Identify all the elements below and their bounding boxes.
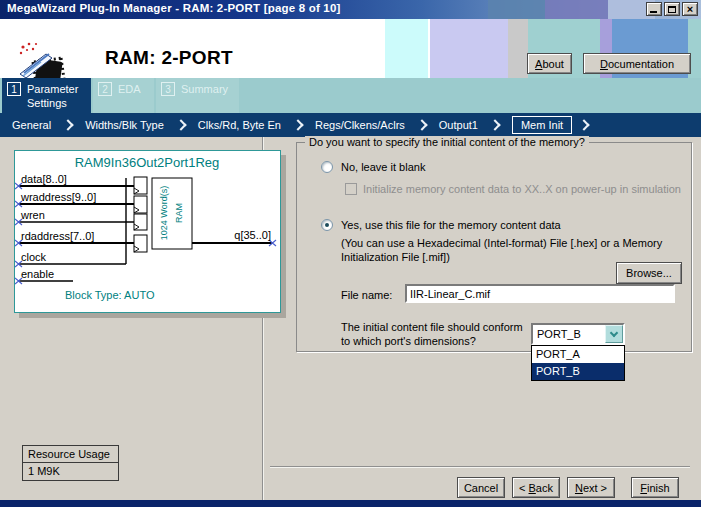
block-diagram: RAM9In36Out2Port1Reg — [14, 150, 281, 313]
port-label-q: q[35..0] — [234, 229, 271, 241]
resource-usage-value: 1 M9K — [22, 463, 119, 481]
documentation-button[interactable]: Documentation — [583, 53, 691, 74]
radio-no-leave-blank[interactable] — [321, 161, 333, 173]
maximize-icon — [668, 6, 676, 13]
header-mosaic-square — [430, 19, 508, 78]
tab-number-badge: 1 — [7, 82, 21, 96]
breadcrumb: General Widths/Blk Type Clks/Rd, Byte En… — [0, 113, 701, 137]
tab-number-badge: 2 — [98, 82, 112, 96]
resource-usage-header: Resource Usage — [22, 445, 119, 463]
tab-eda[interactable]: 2 EDA — [93, 78, 154, 113]
finish-button[interactable]: Finish — [631, 477, 679, 498]
back-button[interactable]: < Back — [512, 477, 560, 498]
port-label-wren: wren — [20, 209, 45, 221]
ram-words-label: 1024 Word(s) — [159, 186, 169, 240]
breadcrumb-item-clks-rd-byte-en[interactable]: Clks/Rd, Byte En — [198, 119, 281, 131]
chevron-right-icon — [489, 119, 500, 130]
conform-question-line2: to which port's dimensions? — [341, 335, 476, 347]
conform-question-line1: The initial content file should conform — [341, 321, 523, 333]
file-format-note-line2: Initialization File [.mif]) — [341, 251, 450, 263]
breadcrumb-item-regs-clkens-aclrs[interactable]: Regs/Clkens/Aclrs — [315, 119, 405, 131]
radio-no-label[interactable]: No, leave it blank — [341, 161, 425, 173]
block-type-label: Block Type: AUTO — [65, 289, 155, 301]
minimize-button[interactable] — [646, 2, 662, 16]
chevron-right-icon — [416, 119, 427, 130]
tab-summary[interactable]: 3 Summary — [156, 78, 239, 113]
next-button[interactable]: Next > — [567, 477, 615, 498]
tab-parameter-settings[interactable]: 1 Parameter Settings — [2, 78, 91, 113]
tab-number-badge: 3 — [161, 82, 175, 96]
tab-label: EDA — [118, 82, 141, 96]
window-bottom-border — [0, 500, 701, 507]
resource-usage-table: Resource Usage 1 M9K — [22, 445, 119, 481]
close-icon: × — [683, 3, 697, 15]
port-label-rdaddress: rdaddress[7..0] — [21, 230, 94, 242]
ram-block-diagram-svg: RAM9In36Out2Port1Reg — [15, 151, 280, 312]
cancel-button[interactable]: Cancel — [457, 477, 505, 498]
input-registers — [134, 177, 147, 252]
port-label-clock: clock — [21, 251, 47, 263]
ram-block — [152, 178, 192, 249]
footer-divider — [270, 466, 690, 468]
breadcrumb-item-widths-blk-type[interactable]: Widths/Blk Type — [85, 119, 164, 131]
about-button[interactable]: About — [527, 53, 572, 74]
megawizard-window: MegaWizard Plug-In Manager - RAM: 2-PORT… — [0, 0, 701, 507]
radio-yes-use-file[interactable] — [321, 219, 333, 231]
dropdown-option-port-a[interactable]: PORT_A — [532, 346, 624, 363]
header-mosaic-square — [385, 19, 428, 78]
port-label-data: data[8..0] — [21, 173, 67, 185]
chevron-down-icon — [610, 329, 618, 337]
file-format-note-line1: (You can use a Hexadecimal (Intel-format… — [341, 237, 662, 249]
window-title: MegaWizard Plug-In Manager - RAM: 2-PORT… — [7, 2, 341, 14]
memory-init-group: Do you want to specify the initial conte… — [296, 142, 692, 352]
port-dimensions-value: PORT_B — [537, 327, 581, 341]
close-button[interactable]: × — [682, 2, 698, 16]
breadcrumb-item-mem-init[interactable]: Mem Init — [512, 116, 572, 134]
file-name-label: File name: — [341, 289, 392, 301]
port-dimensions-dropdown-list: PORT_A PORT_B — [531, 345, 625, 381]
browse-button[interactable]: Browse... — [616, 262, 682, 284]
checkbox-initialize-xx[interactable] — [345, 183, 357, 195]
tab-label: Parameter Settings — [27, 82, 85, 111]
dropdown-option-port-b[interactable]: PORT_B — [532, 363, 624, 380]
port-label-enable: enable — [21, 268, 54, 280]
wizard-tabs: 1 Parameter Settings 2 EDA 3 Summary — [0, 78, 701, 113]
chevron-right-icon — [292, 119, 303, 130]
chevron-right-icon — [175, 119, 186, 130]
chevron-right-icon — [578, 119, 589, 130]
minimize-icon — [650, 11, 657, 13]
window-controls: × — [646, 2, 698, 16]
tab-label: Summary — [181, 82, 228, 96]
breadcrumb-item-general[interactable]: General — [12, 119, 51, 131]
title-bar[interactable]: MegaWizard Plug-In Manager - RAM: 2-PORT… — [0, 0, 701, 19]
breadcrumb-item-output1[interactable]: Output1 — [439, 119, 478, 131]
ram-label: RAM — [174, 203, 184, 223]
radio-yes-label[interactable]: Yes, use this file for the memory conten… — [341, 219, 561, 231]
port-label-wraddress: wraddress[9..0] — [20, 191, 96, 203]
maximize-button[interactable] — [664, 2, 680, 16]
header-mosaic-square — [508, 19, 528, 78]
checkbox-initialize-label: Initialize memory content data to XX..X … — [363, 183, 681, 195]
page-title: RAM: 2-PORT — [105, 47, 233, 69]
diagram-title: RAM9In36Out2Port1Reg — [75, 155, 220, 170]
dropdown-arrow-button[interactable] — [605, 325, 623, 343]
group-legend: Do you want to specify the initial conte… — [305, 136, 589, 148]
titlebar-mosaic-square — [545, 0, 608, 19]
file-name-input[interactable] — [405, 284, 675, 303]
port-dimensions-select[interactable]: PORT_B — [531, 323, 625, 345]
chevron-right-icon — [62, 119, 73, 130]
titlebar-mosaic-square — [488, 0, 545, 19]
